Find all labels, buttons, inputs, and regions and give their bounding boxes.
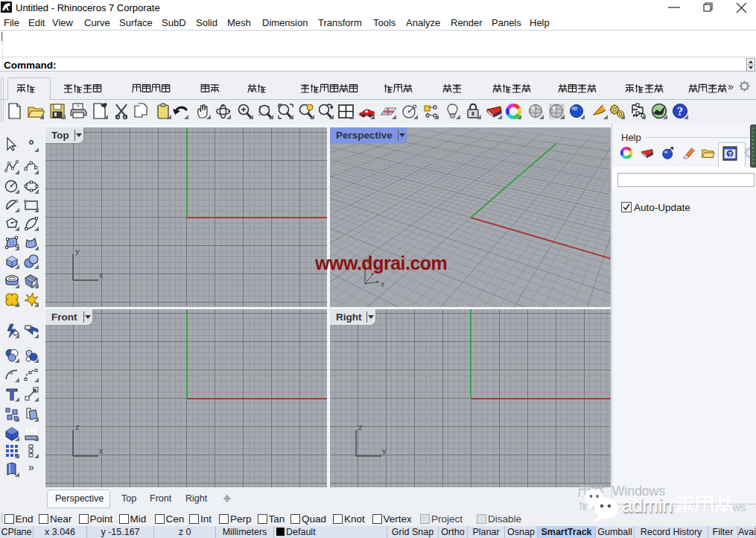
svg-text:x: x	[381, 279, 385, 288]
svg-text:x: x	[99, 446, 104, 455]
svg-text:y: y	[75, 247, 80, 256]
svg-text:y: y	[382, 446, 387, 455]
svg-text:x: x	[99, 270, 104, 279]
svg-text:?: ?	[728, 151, 732, 158]
svg-text:z: z	[75, 423, 80, 431]
svg-text:z: z	[358, 423, 363, 431]
svg-text:?: ?	[677, 105, 683, 118]
